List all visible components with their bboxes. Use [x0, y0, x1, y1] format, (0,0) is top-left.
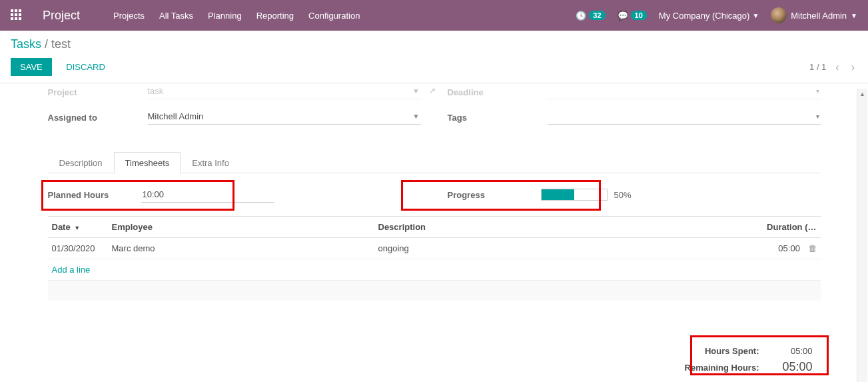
add-line-link[interactable]: Add a line — [52, 265, 91, 275]
col-description[interactable]: Description — [374, 217, 747, 238]
chevron-down-icon: ▼ — [752, 12, 759, 19]
tab-extra-info[interactable]: Extra Info — [181, 152, 240, 173]
planned-hours-group: Planned Hours — [48, 187, 421, 203]
progress-fill — [542, 189, 574, 200]
nav-menu: Projects All Tasks Planning Reporting Co… — [113, 11, 360, 21]
field-deadline[interactable]: ▾ — [548, 85, 821, 99]
pager: 1 / 1 ‹ › — [809, 61, 857, 73]
label-project: Project — [48, 87, 148, 97]
tab-bar: Description Timesheets Extra Info — [48, 151, 821, 173]
progress-bar — [541, 189, 608, 201]
pager-next[interactable]: › — [849, 61, 857, 73]
field-assigned-to[interactable]: Mitchell Admin ▼ — [148, 110, 421, 125]
messaging-indicator[interactable]: 💬 10 — [618, 11, 647, 21]
top-nav: Project Projects All Tasks Planning Repo… — [0, 0, 868, 31]
label-tags: Tags — [448, 113, 548, 123]
label-assigned-to: Assigned to — [48, 113, 148, 123]
discard-button[interactable]: Discard — [59, 58, 112, 76]
activity-count: 32 — [589, 11, 605, 20]
field-planned-hours[interactable] — [141, 187, 274, 203]
table-row[interactable]: 01/30/2020Marc demoongoing05:00 🗑 — [48, 238, 821, 259]
cell-duration[interactable]: 05:00 🗑 — [747, 238, 821, 259]
message-count: 10 — [631, 11, 647, 20]
company-name: My Company (Chicago) — [659, 11, 750, 21]
hours-summary: Hours Spent: 05:00 Remaining Hours: 05:0… — [677, 341, 821, 379]
nav-reporting[interactable]: Reporting — [256, 11, 294, 21]
pager-label: 1 / 1 — [809, 62, 826, 72]
sort-desc-icon: ▼ — [74, 225, 80, 231]
label-progress: Progress — [448, 190, 541, 200]
field-tags[interactable]: ▾ — [548, 110, 821, 125]
tab-description[interactable]: Description — [48, 152, 114, 173]
cell-description[interactable]: ongoing — [374, 238, 747, 259]
trash-icon[interactable]: 🗑 — [808, 243, 817, 253]
chat-icon: 💬 — [618, 11, 628, 21]
activity-indicator[interactable]: 🕓 32 — [576, 11, 605, 21]
field-project[interactable]: task ▼ ↗ — [148, 85, 421, 99]
pager-prev[interactable]: ‹ — [833, 61, 841, 73]
progress-group: Progress 50% — [448, 187, 821, 203]
breadcrumb: Tasks / test — [11, 37, 857, 51]
nav-all-tasks[interactable]: All Tasks — [159, 11, 193, 21]
form-view: Project task ▼ ↗ Deadline ▾ — [0, 83, 868, 378]
control-panel: Tasks / test Save Discard 1 / 1 ‹ › — [0, 31, 868, 83]
nav-right: 🕓 32 💬 10 My Company (Chicago) ▼ Mitchel… — [576, 7, 857, 23]
chevron-down-icon: ▾ — [816, 113, 819, 120]
label-deadline: Deadline — [448, 87, 548, 97]
nav-planning[interactable]: Planning — [208, 11, 242, 21]
nav-configuration[interactable]: Configuration — [308, 11, 360, 21]
timesheet-section: Planned Hours Progress 50% — [48, 173, 821, 378]
clock-icon: 🕓 — [576, 11, 586, 21]
col-date[interactable]: Date ▼ — [48, 217, 108, 238]
progress-value: 50% — [614, 190, 632, 200]
chevron-down-icon: ▼ — [851, 12, 857, 19]
col-duration[interactable]: Duration (… — [747, 217, 821, 238]
user-name: Mitchell Admin — [791, 11, 847, 21]
apps-icon[interactable] — [11, 9, 23, 21]
value-remaining-hours: 05:00 — [773, 360, 813, 374]
breadcrumb-root[interactable]: Tasks — [11, 37, 41, 51]
label-hours-spent: Hours Spent: — [705, 346, 759, 356]
chevron-down-icon: ▾ — [816, 87, 819, 95]
breadcrumb-current: test — [51, 37, 71, 51]
col-employee[interactable]: Employee — [108, 217, 374, 238]
value-hours-spent: 05:00 — [773, 346, 813, 356]
cell-date[interactable]: 01/30/2020 — [48, 238, 108, 259]
nav-projects[interactable]: Projects — [113, 11, 145, 21]
chevron-down-icon: ▼ — [413, 87, 420, 95]
cell-employee[interactable]: Marc demo — [108, 238, 374, 259]
timesheet-table: Date ▼ Employee Description Duration (… … — [48, 216, 821, 301]
external-link-icon[interactable]: ↗ — [429, 86, 436, 95]
user-menu[interactable]: Mitchell Admin ▼ — [771, 7, 857, 23]
avatar — [771, 7, 787, 23]
label-remaining-hours: Remaining Hours: — [685, 363, 759, 373]
save-button[interactable]: Save — [11, 58, 52, 76]
app-brand[interactable]: Project — [43, 9, 80, 23]
tab-timesheets[interactable]: Timesheets — [114, 152, 181, 173]
company-switcher[interactable]: My Company (Chicago) ▼ — [659, 11, 759, 21]
label-planned-hours: Planned Hours — [48, 190, 141, 200]
chevron-down-icon: ▼ — [413, 113, 420, 120]
